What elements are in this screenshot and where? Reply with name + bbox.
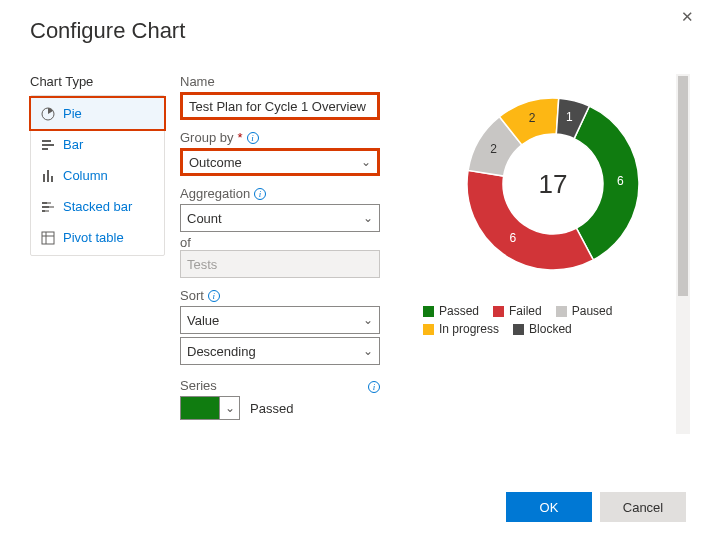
name-label: Name <box>180 74 400 89</box>
svg-rect-7 <box>42 202 47 204</box>
series-name: Passed <box>250 401 293 416</box>
groupby-select[interactable]: Outcome⌄ <box>180 148 380 176</box>
svg-rect-2 <box>42 144 54 146</box>
chart-legend: PassedFailedPausedIn progressBlocked <box>423 304 683 336</box>
dialog-title: Configure Chart <box>30 18 686 44</box>
legend-item: Paused <box>556 304 613 318</box>
legend-label: In progress <box>439 322 499 336</box>
chart-type-stacked-bar[interactable]: Stacked bar <box>31 191 164 222</box>
chart-type-label: Chart Type <box>30 74 170 89</box>
series-label: Series <box>180 378 217 393</box>
chart-type-list: Pie Bar Column <box>30 95 165 256</box>
chart-type-label-column: Column <box>63 168 108 183</box>
info-icon[interactable]: i <box>368 381 380 393</box>
chevron-down-icon: ⌄ <box>363 344 373 358</box>
chevron-down-icon: ⌄ <box>219 397 239 419</box>
chart-type-pivot-table[interactable]: Pivot table <box>31 222 164 253</box>
svg-rect-6 <box>51 176 53 182</box>
chart-preview: 17 66221 <box>453 84 653 284</box>
series-row: ⌄ Passed <box>180 396 400 420</box>
column-icon <box>41 169 55 183</box>
scrollbar-thumb[interactable] <box>678 76 688 296</box>
cancel-button[interactable]: Cancel <box>600 492 686 522</box>
svg-rect-5 <box>47 170 49 182</box>
legend-label: Passed <box>439 304 479 318</box>
chevron-down-icon: ⌄ <box>363 313 373 327</box>
svg-rect-1 <box>42 140 51 142</box>
bar-icon <box>41 138 55 152</box>
legend-swatch <box>423 324 434 335</box>
legend-swatch <box>556 306 567 317</box>
legend-label: Failed <box>509 304 542 318</box>
info-icon[interactable]: i <box>208 290 220 302</box>
svg-rect-4 <box>43 174 45 182</box>
donut-slice <box>467 170 593 270</box>
pie-icon <box>41 107 55 121</box>
stacked-bar-icon <box>41 200 55 214</box>
configure-chart-dialog: ✕ Configure Chart Chart Type Pie Bar <box>0 0 708 538</box>
donut-slice <box>574 106 639 260</box>
svg-rect-9 <box>42 206 49 208</box>
chart-total: 17 <box>539 169 568 200</box>
chart-type-label-stacked: Stacked bar <box>63 199 132 214</box>
legend-swatch <box>493 306 504 317</box>
svg-rect-11 <box>42 210 45 212</box>
aggregation-select[interactable]: Count⌄ <box>180 204 380 232</box>
legend-swatch <box>423 306 434 317</box>
slice-value-label: 6 <box>509 231 516 245</box>
legend-item: In progress <box>423 322 499 336</box>
groupby-label: Group by*i <box>180 130 400 145</box>
chart-type-label-pivot: Pivot table <box>63 230 124 245</box>
info-icon[interactable]: i <box>247 132 259 144</box>
svg-rect-12 <box>45 210 49 212</box>
svg-rect-3 <box>42 148 48 150</box>
sort-field-select[interactable]: Value⌄ <box>180 306 380 334</box>
slice-value-label: 6 <box>617 174 624 188</box>
chevron-down-icon: ⌄ <box>361 155 371 169</box>
of-select: Tests <box>180 250 380 278</box>
legend-item: Blocked <box>513 322 572 336</box>
svg-rect-10 <box>49 206 54 208</box>
chart-type-bar[interactable]: Bar <box>31 129 164 160</box>
of-label: of <box>180 235 400 250</box>
legend-label: Paused <box>572 304 613 318</box>
ok-button[interactable]: OK <box>506 492 592 522</box>
slice-value-label: 2 <box>529 111 536 125</box>
svg-rect-13 <box>42 232 54 244</box>
name-input[interactable] <box>180 92 380 120</box>
slice-value-label: 1 <box>566 110 573 124</box>
slice-value-label: 2 <box>490 142 497 156</box>
info-icon[interactable]: i <box>254 188 266 200</box>
pivot-table-icon <box>41 231 55 245</box>
scrollbar[interactable] <box>676 74 690 434</box>
svg-rect-8 <box>47 202 51 204</box>
chevron-down-icon: ⌄ <box>363 211 373 225</box>
legend-label: Blocked <box>529 322 572 336</box>
aggregation-label: Aggregationi <box>180 186 400 201</box>
legend-swatch <box>513 324 524 335</box>
close-icon[interactable]: ✕ <box>681 8 694 26</box>
legend-item: Passed <box>423 304 479 318</box>
chart-type-label-pie: Pie <box>63 106 82 121</box>
chart-type-label-bar: Bar <box>63 137 83 152</box>
chart-type-pie[interactable]: Pie <box>29 96 166 131</box>
sort-direction-select[interactable]: Descending⌄ <box>180 337 380 365</box>
chart-type-column[interactable]: Column <box>31 160 164 191</box>
color-swatch <box>181 397 219 419</box>
series-color-select[interactable]: ⌄ <box>180 396 240 420</box>
legend-item: Failed <box>493 304 542 318</box>
sort-label: Sorti <box>180 288 400 303</box>
